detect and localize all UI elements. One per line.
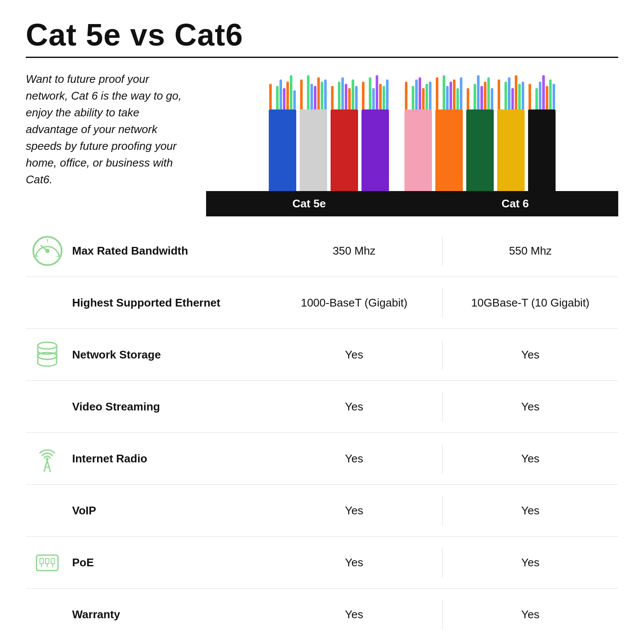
cable-wires	[529, 71, 555, 109]
radio-icon	[30, 441, 64, 476]
feature-warranty: Warranty	[26, 589, 266, 640]
warranty-cat5e: Yes	[266, 599, 442, 630]
cable-wires	[362, 71, 389, 109]
cable-blue	[269, 71, 296, 191]
row-radio: Internet Radio Yes Yes	[26, 433, 618, 485]
radio-cat6: Yes	[442, 444, 619, 474]
database-icon	[30, 337, 64, 372]
svg-line-10	[47, 460, 50, 471]
streaming-icon	[30, 389, 64, 424]
cable-purple	[361, 71, 389, 191]
cable-wires	[467, 71, 493, 109]
cable-black	[528, 71, 556, 191]
storage-cat5e: Yes	[266, 340, 442, 370]
title-divider	[26, 57, 618, 58]
ethernet-label: Highest Supported Ethernet	[72, 296, 220, 310]
cable-wires	[331, 71, 358, 109]
warranty-label: Warranty	[72, 608, 120, 621]
warranty-icon	[30, 597, 64, 632]
cables-visual	[206, 71, 618, 191]
svg-line-9	[44, 460, 47, 471]
radio-label: Internet Radio	[72, 452, 147, 465]
poe-label: PoE	[72, 556, 94, 569]
cable-green	[466, 71, 494, 191]
page-title: Cat 5e vs Cat6	[26, 17, 618, 52]
page: Cat 5e vs Cat6 Want to future proof your…	[0, 0, 644, 644]
cable-wires	[436, 71, 462, 109]
warranty-cat6: Yes	[442, 599, 619, 630]
intro-section: Want to future proof your network, Cat 6…	[26, 71, 618, 216]
row-streaming: Video Streaming Yes Yes	[26, 381, 618, 433]
cat5e-label: Cat 5e	[206, 191, 412, 216]
poe-cat6: Yes	[442, 547, 619, 578]
cable-orange	[435, 71, 463, 191]
svg-rect-15	[51, 559, 55, 564]
row-bandwidth: Max Rated Bandwidth 350 Mhz 550 Mhz	[26, 225, 618, 277]
voip-icon	[30, 493, 64, 528]
streaming-cat6: Yes	[442, 392, 619, 422]
ethernet-icon	[30, 286, 64, 320]
feature-bandwidth: Max Rated Bandwidth	[26, 225, 266, 276]
streaming-cat5e: Yes	[266, 392, 442, 422]
radio-cat5e: Yes	[266, 444, 442, 474]
row-storage: Network Storage Yes Yes	[26, 329, 618, 381]
svg-rect-14	[46, 559, 49, 564]
cable-wires	[405, 71, 431, 109]
voip-label: VoIP	[72, 504, 96, 517]
bandwidth-label: Max Rated Bandwidth	[72, 244, 188, 258]
feature-ethernet: Highest Supported Ethernet	[26, 277, 266, 328]
cable-wires	[498, 71, 524, 109]
cable-white	[300, 71, 327, 191]
feature-radio: Internet Radio	[26, 433, 266, 484]
poe-icon	[30, 545, 64, 580]
cable-wires	[269, 71, 296, 109]
storage-cat6: Yes	[442, 340, 619, 370]
row-ethernet: Highest Supported Ethernet 1000-BaseT (G…	[26, 277, 618, 329]
cable-yellow	[497, 71, 525, 191]
cable-wires	[300, 71, 327, 109]
intro-text: Want to future proof your network, Cat 6…	[26, 71, 189, 188]
cable-label-row: Cat 5e Cat 6	[206, 191, 618, 216]
speedometer-icon	[30, 234, 64, 268]
feature-voip: VoIP	[26, 485, 266, 536]
row-poe: PoE Yes Yes	[26, 537, 618, 589]
row-warranty: Warranty Yes Yes	[26, 589, 618, 640]
streaming-label: Video Streaming	[72, 400, 160, 413]
poe-cat5e: Yes	[266, 547, 442, 578]
voip-cat5e: Yes	[266, 495, 442, 526]
cable-red	[331, 71, 358, 191]
storage-label: Network Storage	[72, 348, 161, 361]
comparison-table: Max Rated Bandwidth 350 Mhz 550 Mhz High…	[26, 225, 618, 640]
ethernet-cat6: 10GBase-T (10 Gigabit)	[442, 288, 619, 318]
feature-storage: Network Storage	[26, 329, 266, 380]
bandwidth-cat6: 550 Mhz	[442, 236, 619, 266]
cables-wrapper: Cat 5e Cat 6	[206, 71, 618, 216]
svg-point-7	[38, 352, 57, 359]
cat6-label: Cat 6	[412, 191, 618, 216]
row-voip: VoIP Yes Yes	[26, 485, 618, 537]
bandwidth-cat5e: 350 Mhz	[266, 236, 442, 266]
svg-rect-13	[40, 559, 43, 564]
feature-poe: PoE	[26, 537, 266, 588]
feature-streaming: Video Streaming	[26, 381, 266, 432]
svg-point-6	[38, 342, 57, 349]
ethernet-cat5e: 1000-BaseT (Gigabit)	[266, 288, 442, 318]
voip-cat6: Yes	[442, 495, 619, 526]
cable-pink	[404, 71, 432, 191]
